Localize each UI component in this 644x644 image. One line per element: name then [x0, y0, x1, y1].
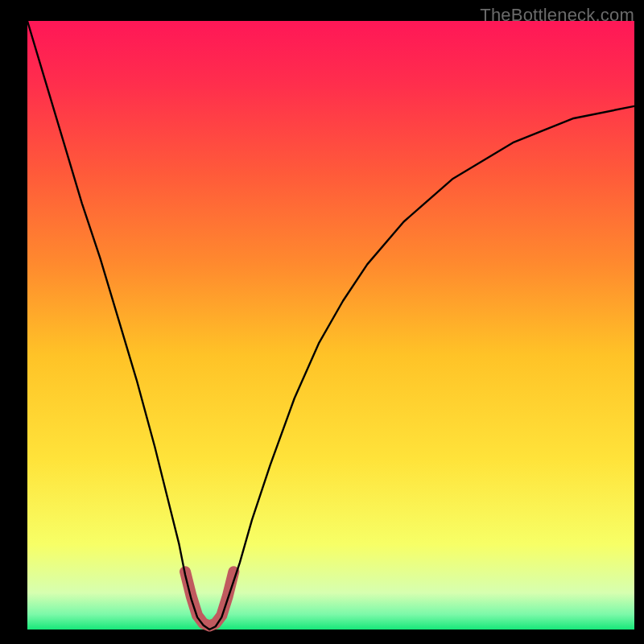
chart-container: TheBottleneck.com	[0, 0, 644, 644]
plot-area	[27, 21, 634, 630]
chart-svg	[0, 0, 644, 644]
